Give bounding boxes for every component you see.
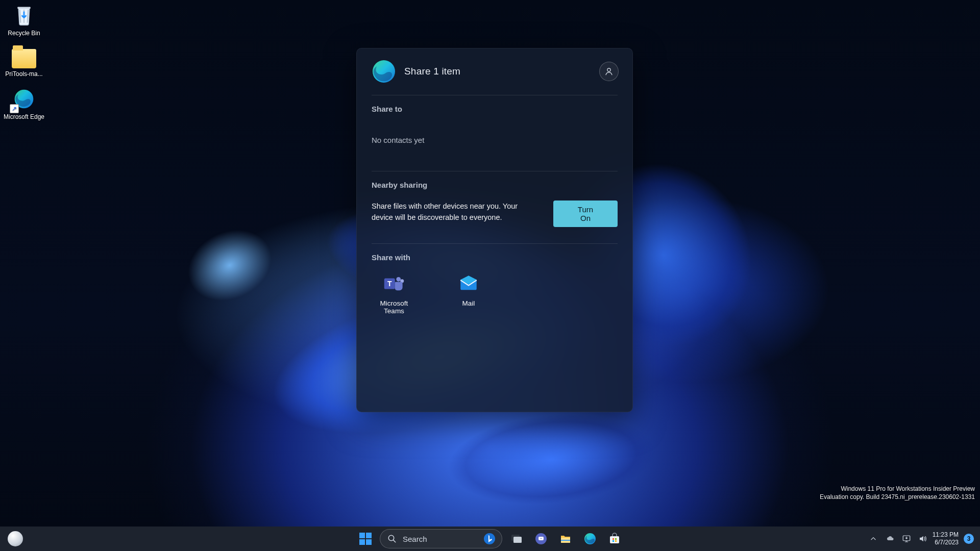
task-view-button[interactable] (506, 529, 527, 549)
svg-text:T: T (387, 280, 392, 288)
desktop-folder[interactable]: PriTools-ma... (3, 46, 45, 78)
teams-icon: T (383, 273, 405, 294)
taskbar-right: 11:23 PM 6/7/2023 3 (866, 529, 980, 549)
account-button[interactable] (599, 62, 619, 81)
watermark-line-1: Windows 11 Pro for Workstations Insider … (820, 485, 975, 493)
tray-overflow-button[interactable] (866, 529, 880, 549)
taskbar-edge[interactable] (580, 529, 600, 549)
watermark-line-2: Evaluation copy. Build 23475.ni_prerelea… (820, 493, 975, 501)
svg-rect-10 (366, 533, 372, 538)
desktop-edge-shortcut[interactable]: ↗ Microsoft Edge (3, 87, 45, 120)
person-icon (604, 67, 614, 76)
recycle-bin-label: Recycle Bin (8, 30, 40, 37)
weather-widget[interactable] (5, 529, 26, 549)
edge-icon: ↗ (12, 87, 36, 111)
edge-icon (583, 532, 597, 545)
taskbar-search-label: Search (403, 535, 427, 543)
svg-rect-12 (366, 539, 372, 545)
share-dialog-title: Share 1 item (404, 66, 460, 77)
taskbar-search[interactable]: Search (380, 529, 502, 548)
svg-rect-28 (615, 540, 617, 542)
trash-icon (12, 3, 36, 28)
desktop-icons: Recycle Bin PriTools-ma... ↗ (3, 3, 45, 120)
speaker-icon (918, 534, 927, 543)
windows-watermark: Windows 11 Pro for Workstations Insider … (820, 485, 975, 501)
share-to-heading: Share to (356, 95, 633, 113)
share-with-apps: T Microsoft Teams Mail (356, 262, 633, 315)
file-explorer-icon (559, 532, 572, 545)
onedrive-icon (886, 534, 895, 543)
share-with-teams[interactable]: T Microsoft Teams (372, 273, 416, 315)
svg-rect-26 (615, 538, 617, 540)
chat-icon (534, 532, 548, 545)
nearby-sharing-section: Share files with other devices near you.… (356, 189, 633, 243)
desktop-edge-label: Microsoft Edge (4, 113, 44, 120)
svg-line-14 (394, 540, 396, 542)
svg-point-6 (396, 277, 401, 282)
svg-rect-27 (612, 540, 614, 542)
svg-point-20 (541, 538, 542, 539)
chevron-up-icon (870, 535, 877, 542)
windows-icon (359, 532, 372, 545)
svg-rect-11 (359, 539, 365, 545)
taskbar-clock[interactable]: 11:23 PM 6/7/2023 (933, 531, 959, 546)
nearby-sharing-copy: Share files with other devices near you.… (372, 201, 540, 223)
svg-rect-22 (561, 540, 570, 541)
svg-rect-17 (513, 537, 522, 543)
share-with-teams-label: Microsoft Teams (372, 299, 416, 315)
taskbar-store[interactable] (604, 529, 625, 549)
share-dialog: Share 1 item Share to No contacts yet Ne… (356, 48, 633, 412)
taskbar-center: Search (355, 529, 625, 549)
taskbar-date: 6/7/2023 (933, 539, 959, 546)
taskbar-time: 11:23 PM (933, 531, 959, 539)
weather-icon (8, 531, 23, 546)
svg-rect-0 (17, 7, 31, 9)
share-with-mail-label: Mail (462, 299, 475, 307)
shortcut-arrow-icon: ↗ (10, 104, 19, 113)
desktop-folder-label: PriTools-ma... (5, 70, 42, 78)
turn-on-button[interactable]: Turn On (553, 201, 618, 227)
svg-rect-25 (612, 538, 614, 540)
task-view-icon (510, 532, 523, 545)
system-tray[interactable] (886, 534, 927, 543)
nearby-sharing-heading: Nearby sharing (356, 181, 633, 189)
share-with-heading: Share with (356, 253, 633, 262)
folder-icon (12, 49, 36, 68)
notification-badge[interactable]: 3 (964, 534, 974, 544)
svg-point-3 (607, 68, 610, 71)
svg-rect-24 (610, 536, 619, 543)
taskbar: Search (0, 527, 980, 551)
search-icon (387, 534, 397, 543)
bing-icon (483, 533, 496, 545)
share-dialog-header: Share 1 item (356, 48, 633, 95)
mail-icon (458, 273, 479, 294)
svg-rect-9 (359, 533, 365, 538)
edge-icon (372, 59, 396, 84)
update-icon (902, 534, 911, 543)
store-icon (608, 532, 621, 545)
share-with-mail[interactable]: Mail (446, 273, 491, 315)
recycle-bin-icon[interactable]: Recycle Bin (3, 3, 45, 37)
start-button[interactable] (355, 529, 376, 549)
desktop: Recycle Bin PriTools-ma... ↗ (0, 0, 980, 527)
no-contacts-text: No contacts yet (356, 113, 633, 171)
taskbar-chat[interactable] (531, 529, 551, 549)
taskbar-explorer[interactable] (555, 529, 576, 549)
